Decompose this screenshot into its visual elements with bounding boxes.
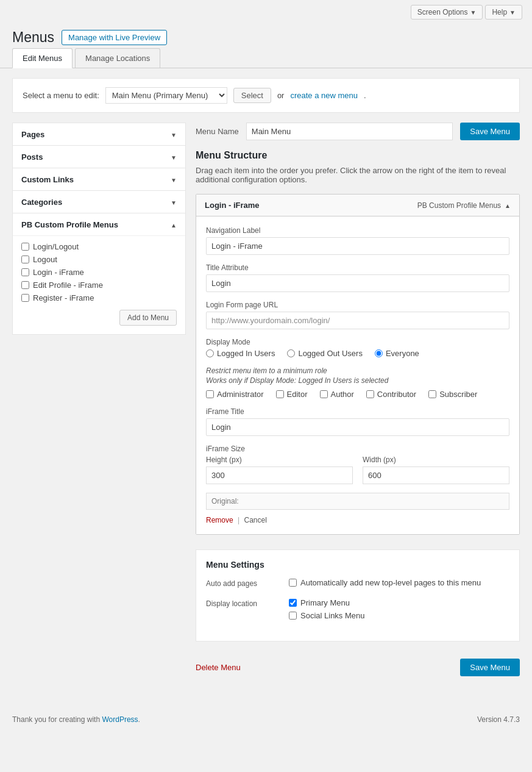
checkbox-login-iframe[interactable] [21,268,29,276]
accordion-categories-header[interactable]: Categories [13,191,185,213]
bottom-bar: Delete Menu Save Menu [196,651,520,684]
radio-everyone[interactable]: Everyone [375,349,419,358]
iframe-size-row: Height (px) Width (px) [206,456,509,484]
menu-item-body: Navigation Label Title Attribute Login F… [196,216,519,534]
accordion-pages: Pages [12,123,186,146]
primary-menu-label: Primary Menu [300,598,350,607]
help-button[interactable]: Help [485,5,522,20]
or-text: or [277,91,285,100]
accordion-pb-custom-header[interactable]: PB Custom Profile Menus [13,213,185,235]
roles-grid: Administrator Editor Author [206,390,509,399]
role-subscriber[interactable]: Subscriber [428,390,477,399]
tab-manage-locations[interactable]: Manage Locations [75,48,160,68]
delete-menu-link[interactable]: Delete Menu [196,663,241,672]
iframe-width-input[interactable] [363,466,509,484]
live-preview-button[interactable]: Manage with Live Preview [62,30,167,45]
menu-settings-title: Menu Settings [206,560,509,570]
item-label: Login/Logout [33,242,79,251]
accordion-custom-links: Custom Links [12,168,186,191]
menu-name-input[interactable] [246,123,453,140]
footer-wordpress-link[interactable]: WordPress [102,715,138,724]
help-label: Help [492,8,507,16]
checkbox-logout[interactable] [21,256,29,263]
restrict-label: Restrict menu item to a minimum role [206,366,509,375]
primary-menu-option[interactable]: Primary Menu [289,598,509,607]
add-to-menu-button[interactable]: Add to Menu [119,310,177,326]
radio-logged-in[interactable]: Logged In Users [206,349,275,358]
role-author[interactable]: Author [320,390,354,399]
display-location-content: Primary Menu Social Links Menu [289,598,509,624]
display-mode-group: Display Mode Logged In Users Logged Out … [206,338,509,358]
menu-item-collapse-arrow[interactable] [505,201,511,210]
iframe-height-input[interactable] [206,466,353,484]
checkbox-subscriber[interactable] [428,390,436,398]
item-label: Register - iFrame [33,293,94,302]
accordion-posts: Posts [12,146,186,168]
checkbox-contributor[interactable] [366,390,374,398]
menu-name-label: Menu Name [196,127,239,136]
save-menu-button-top[interactable]: Save Menu [460,123,520,140]
iframe-width-group: Width (px) [363,456,509,484]
social-links-option[interactable]: Social Links Menu [289,611,509,620]
navigation-label-group: Navigation Label [206,226,509,255]
primary-menu-checkbox[interactable] [289,599,297,607]
menu-select[interactable]: Main Menu (Primary Menu) [105,87,227,104]
menu-name-row: Menu Name Save Menu [196,123,520,140]
tabs-bar: Edit Menus Manage Locations [0,48,532,68]
auto-add-pages-content: Automatically add new top-level pages to… [289,578,509,591]
checkbox-edit-profile-iframe[interactable] [21,281,29,289]
title-attribute-group: Title Attribute [206,263,509,292]
accordion-pages-header[interactable]: Pages [13,123,185,145]
role-editor[interactable]: Editor [276,390,308,399]
accordion-posts-header[interactable]: Posts [13,146,185,168]
radio-logged-out-input[interactable] [287,349,295,357]
item-label: Login - iFrame [33,268,84,277]
iframe-size-label: iFrame Size [206,445,509,453]
checkbox-login-logout[interactable] [21,243,29,251]
navigation-label-input[interactable] [206,237,509,255]
cancel-link[interactable]: Cancel [244,516,267,524]
tab-edit-menus-label: Edit Menus [23,54,62,63]
iframe-title-input[interactable] [206,418,509,436]
checkbox-register-iframe[interactable] [21,294,29,302]
page-header: Menus Manage with Live Preview [0,24,532,48]
iframe-height-label: Height (px) [206,456,353,464]
auto-add-pages-checkbox-label: Automatically add new top-level pages to… [300,578,481,587]
pipe-separator: | [238,516,239,524]
login-form-url-input[interactable] [206,312,509,329]
checkbox-editor[interactable] [276,390,284,398]
accordion-custom-links-label: Custom Links [21,175,74,184]
accordion-custom-links-header[interactable]: Custom Links [13,168,185,190]
remove-link[interactable]: Remove [206,516,233,524]
radio-logged-in-input[interactable] [206,349,214,357]
display-mode-label: Display Mode [206,338,509,346]
create-new-menu-link[interactable]: create a new menu [290,91,358,100]
role-administrator[interactable]: Administrator [206,390,264,399]
iframe-height-group: Height (px) [206,456,353,484]
checkbox-author[interactable] [320,390,328,398]
social-links-checkbox[interactable] [289,612,297,620]
screen-options-chevron [470,8,477,16]
title-attribute-input[interactable] [206,274,509,292]
accordion-pb-custom-arrow [171,220,177,229]
accordion-categories-label: Categories [21,198,62,207]
pb-custom-list: Login/Logout Logout Login - iFrame [21,242,177,302]
role-editor-label: Editor [287,390,308,399]
checkbox-administrator[interactable] [206,390,214,398]
auto-add-pages-checkbox[interactable] [289,579,297,587]
radio-everyone-input[interactable] [375,349,383,357]
restrict-sublabel: Works only if Display Mode: Logged In Us… [206,376,509,385]
list-item: Register - iFrame [21,293,177,302]
radio-logged-out[interactable]: Logged Out Users [287,349,363,358]
role-administrator-label: Administrator [217,390,264,399]
auto-add-pages-option[interactable]: Automatically add new top-level pages to… [289,578,509,587]
save-menu-button-bottom[interactable]: Save Menu [460,659,520,676]
role-contributor[interactable]: Contributor [366,390,416,399]
accordion-categories-arrow [171,197,177,207]
original-field[interactable] [206,493,509,510]
login-form-url-label: Login Form page URL [206,301,509,309]
select-button[interactable]: Select [233,88,271,103]
screen-options-button[interactable]: Screen Options [411,5,483,20]
menu-item-header: Login - iFrame PB Custom Profile Menus [196,195,519,216]
tab-edit-menus[interactable]: Edit Menus [12,48,73,68]
